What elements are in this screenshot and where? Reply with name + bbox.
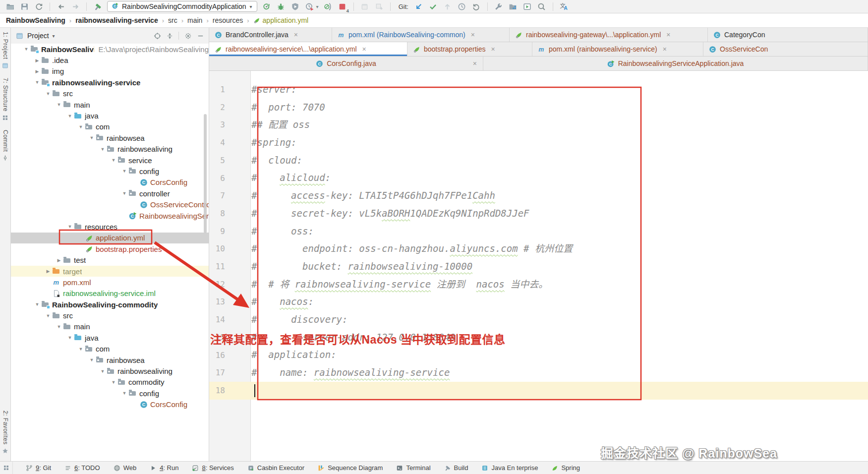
breadcrumb-item[interactable]: raibnowsealiving-service [75,16,158,24]
collapse-icon[interactable] [165,31,174,40]
attach-icon[interactable] [323,1,333,11]
close-icon[interactable]: × [666,31,670,38]
tree-item-rainbowsealiving[interactable]: ▼rainbowsealiving [11,144,209,155]
chevron-expanded-icon[interactable]: ▼ [34,80,41,85]
breadcrumb-item[interactable]: resources [213,16,243,24]
tree-item-test[interactable]: ▶test [11,254,209,265]
chevron-expanded-icon[interactable]: ▼ [121,391,128,396]
editor-tab[interactable]: mpom.xml (RainbowSealiving-common)× [332,28,510,42]
history-icon[interactable] [457,1,467,11]
status-item-sequence-diagram[interactable]: Sequence Diagram [318,464,383,472]
structure-icon[interactable] [508,1,518,11]
status-item-build[interactable]: Build [444,464,468,472]
push-icon[interactable] [443,1,453,11]
chevron-expanded-icon[interactable]: ▼ [45,313,52,318]
status-item-java-en-terprise[interactable]: Java En terprise [481,464,538,472]
editor-tab[interactable]: raibnowsealiving-service\...\application… [209,42,407,56]
tree-item-corsconfig[interactable]: CCorsConfig [11,399,209,410]
close-icon[interactable]: × [471,31,475,38]
chevron-expanded-icon[interactable]: ▼ [121,169,128,174]
profiler-dropdown-icon[interactable]: ▾ [316,4,319,9]
tree-item-src[interactable]: ▼src [11,310,209,321]
tree-item-bootstrap-properties[interactable]: bootstrap.properties [11,243,209,254]
minus-icon[interactable] [196,31,205,40]
status-item-8--services[interactable]: 8: Services [192,464,233,472]
close-icon[interactable]: × [362,46,366,53]
code-editor[interactable]: #server:# port: 7070## 配置 oss#spring:# c… [251,81,868,399]
chevron-collapsed-icon[interactable]: ▶ [34,69,41,74]
wrench-icon[interactable] [494,1,504,11]
tree-item-rainbowsealiving[interactable]: ▼rainbowsealiving [11,365,209,376]
status-item-casbin-executor[interactable]: Casbin Executor [247,464,304,472]
chevron-expanded-icon[interactable]: ▼ [121,191,128,196]
run-configuration-select[interactable]: CRainbowSealivingCommodityApplication▾ [107,1,257,12]
close-icon[interactable]: × [473,60,477,67]
profiler-icon[interactable] [305,1,315,11]
editor-tab[interactable]: CRainbowsealivingServiceApplication.java [483,57,868,70]
chevron-expanded-icon[interactable]: ▼ [88,357,95,362]
coverage-icon[interactable] [290,1,300,11]
status-item-web[interactable]: Web [114,464,137,472]
tree-item-src[interactable]: ▼src [11,88,209,99]
tree-item-main[interactable]: ▼main [11,321,209,332]
editor-tab[interactable]: COssServiceCon [703,42,868,56]
tree-item-rainbowsealivingserviceapplication[interactable]: CRainbowsealivingServiceApplication [11,210,209,221]
chevron-expanded-icon[interactable]: ▼ [34,302,41,307]
search-icon[interactable] [537,1,547,11]
breadcrumb-item[interactable]: src [168,16,177,24]
chevron-expanded-icon[interactable]: ▼ [45,91,52,96]
breadcrumb-item[interactable]: main [187,16,202,24]
run-anything-icon[interactable] [522,1,532,11]
editor-tab[interactable]: bootstrap.properties× [407,42,532,56]
chevron-expanded-icon[interactable]: ▼ [77,124,84,129]
tree-item-service[interactable]: ▼service [11,155,209,166]
commit-icon[interactable] [428,1,438,11]
editor-tab[interactable]: CCorsConfig.java× [209,57,483,70]
tree-item-controller[interactable]: ▼controller [11,188,209,199]
tree-item-raibnowsealiving-service[interactable]: ▼raibnowsealiving-service [11,77,209,88]
tree-item-config[interactable]: ▼config [11,388,209,399]
gear-icon[interactable] [183,31,192,40]
breadcrumb-item[interactable]: application.yml [253,16,309,24]
editor-tab[interactable]: CCategoryCon [708,28,868,42]
tree-item-java[interactable]: ▼java [11,110,209,121]
tool-window-button----favorites[interactable]: 2: Favorites [2,411,9,456]
rerun-icon[interactable] [262,1,272,11]
chevron-down-icon[interactable]: ▾ [53,33,55,39]
tree-item-java[interactable]: ▼java [11,332,209,343]
forward-icon[interactable] [70,1,80,11]
chevron-expanded-icon[interactable]: ▼ [99,147,106,152]
stop-icon[interactable]: 4 [338,1,347,11]
editor-tab[interactable]: CBrandController.java× [209,28,332,42]
tree-item-com[interactable]: ▼com [11,344,209,355]
chevron-collapsed-icon[interactable]: ▶ [56,258,62,263]
chevron-expanded-icon[interactable]: ▼ [66,224,73,229]
tool-window-button-commit[interactable]: Commit [2,130,9,163]
project-tree-scrollbar[interactable] [204,114,207,233]
tree-item-rainbowsea[interactable]: ▼rainbowsea [11,355,209,365]
tool-window-button----structure[interactable]: 7: Structure [2,78,9,123]
tool-window-button----project[interactable]: 1: Project [2,32,9,71]
chevron-expanded-icon[interactable]: ▼ [110,158,117,163]
close-icon[interactable]: × [294,31,298,38]
translate-icon[interactable]: 文A [559,1,569,11]
hammer-icon[interactable] [93,1,103,11]
tree-item-application-yml[interactable]: application.yml [11,233,209,243]
chevron-expanded-icon[interactable]: ▼ [99,369,106,374]
status-item-spring[interactable]: Spring [551,464,580,472]
tree-item-com[interactable]: ▼com [11,121,209,132]
tree-item-rainbowsea[interactable]: ▼rainbowsea [11,132,209,143]
close-icon[interactable]: × [491,46,495,53]
tree-item-main[interactable]: ▼main [11,99,209,110]
tree-item-pom-xml[interactable]: mpom.xml [11,277,209,288]
status-item-6--todo[interactable]: 6: TODO [64,464,100,472]
update-icon[interactable] [414,1,424,11]
chevron-collapsed-icon[interactable]: ▶ [45,269,52,274]
tree-item-rainbowsealiving[interactable]: ▼RainbowSealivingE:\Java\project\Rainbow… [11,44,209,55]
chevron-expanded-icon[interactable]: ▼ [77,347,84,352]
chevron-expanded-icon[interactable]: ▼ [110,380,117,385]
tree-item-target[interactable]: ▶target [11,266,209,277]
chevron-expanded-icon[interactable]: ▼ [66,335,73,340]
editor-tab[interactable]: mpom.xml (rainbowsealiving-service)× [532,42,703,56]
tree-item-raibnowsealiving-service-iml[interactable]: raibnowsealiving-service.iml [11,288,209,299]
